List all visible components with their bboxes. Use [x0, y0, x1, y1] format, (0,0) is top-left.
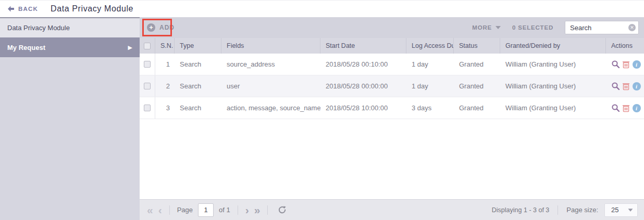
page-label: Page — [177, 206, 193, 214]
page-title: Data Privacy Module — [51, 4, 133, 14]
column-header-fields[interactable]: Fields — [221, 38, 320, 54]
cell-status: Granted — [454, 54, 500, 75]
cell-fields: action, message, source_name — [221, 97, 320, 119]
info-icon[interactable]: i — [632, 60, 641, 69]
previous-page-button[interactable]: ‹ — [158, 205, 162, 215]
sidebar-filler — [0, 57, 140, 220]
first-page-button[interactable]: « — [147, 205, 153, 215]
info-icon[interactable]: i — [632, 103, 641, 113]
chevron-down-icon — [496, 26, 501, 29]
cell-status: Granted — [454, 97, 500, 119]
add-button-label: ADD — [159, 24, 175, 31]
pagination-bar: « ‹ Page of 1 › » — [140, 199, 644, 220]
column-header-granted-denied-by[interactable]: Granted/Denied by — [500, 38, 606, 54]
clear-search-icon[interactable]: ✕ — [628, 24, 636, 31]
sidebar-item-label: Data Privacy Module — [7, 24, 70, 32]
pagination-info: Displaying 1 - 3 of 3 Page size: 25 — [492, 203, 638, 217]
search-box: ✕ — [565, 21, 639, 34]
sidebar-item-my-request[interactable]: My Request ▶ — [0, 37, 140, 57]
sidebar: Data Privacy Module My Request ▶ — [0, 17, 140, 220]
app-window: BACK Data Privacy Module Data Privacy Mo… — [0, 0, 644, 220]
cell-status: Granted — [454, 75, 500, 97]
cell-start-date: 2018/05/28 10:00:00 — [320, 97, 406, 119]
column-header-type[interactable]: Type — [175, 38, 221, 54]
divider — [169, 205, 170, 215]
table-header-row: S.N. Type Fields Start Date Log Access D… — [140, 38, 644, 54]
last-page-button[interactable]: » — [254, 205, 261, 215]
cell-duration: 1 day — [406, 75, 454, 97]
table-row: 3 Search action, message, source_name 20… — [140, 97, 644, 119]
cell-duration: 1 day — [406, 54, 454, 75]
cell-fields: user — [221, 75, 320, 97]
divider — [238, 205, 238, 215]
cell-actions: i — [606, 97, 644, 119]
column-header-sn[interactable]: S.N. — [155, 38, 175, 54]
divider — [267, 205, 268, 215]
more-button[interactable]: MORE — [472, 24, 501, 31]
main-panel: + ADD MORE 0 SELECTED ✕ — [140, 17, 644, 220]
content-area: Data Privacy Module My Request ▶ + ADD M… — [0, 17, 644, 220]
sidebar-item-data-privacy-module[interactable]: Data Privacy Module — [0, 18, 140, 37]
page-count-label: of 1 — [219, 206, 230, 214]
refresh-icon[interactable] — [277, 205, 287, 215]
back-arrow-icon — [7, 6, 15, 12]
cell-sn: 1 — [155, 54, 175, 75]
page-number-input[interactable] — [198, 203, 214, 217]
page-size-value: 25 — [611, 206, 618, 214]
table-toolbar: + ADD MORE 0 SELECTED ✕ — [140, 17, 644, 38]
table-body: 1 Search source_address 2018/05/28 00:10… — [140, 54, 644, 119]
cell-sn: 3 — [155, 97, 175, 119]
table-row: 2 Search user 2018/05/28 00:00:00 1 day … — [140, 75, 644, 97]
cell-start-date: 2018/05/28 00:00:00 — [320, 75, 406, 97]
column-header-status[interactable]: Status — [454, 38, 500, 54]
top-bar: BACK Data Privacy Module — [0, 0, 644, 17]
sidebar-item-label: My Request — [7, 44, 45, 51]
cell-duration: 3 days — [406, 97, 454, 119]
selected-count-label: 0 SELECTED — [512, 24, 553, 31]
cell-granted-by: William (Granting User) — [500, 75, 606, 97]
cell-actions: i — [606, 75, 644, 97]
next-page-button[interactable]: › — [245, 205, 249, 215]
select-all-checkbox[interactable] — [144, 43, 151, 49]
plus-circle-icon: + — [147, 23, 155, 32]
search-icon[interactable] — [611, 60, 620, 69]
page-size-select[interactable]: 25 — [604, 203, 638, 217]
table-row: 1 Search source_address 2018/05/28 00:10… — [140, 54, 644, 75]
back-label: BACK — [18, 6, 38, 12]
search-input[interactable] — [565, 21, 639, 34]
cell-type: Search — [175, 54, 221, 75]
delete-icon[interactable] — [622, 82, 630, 91]
displaying-label: Displaying 1 - 3 of 3 — [492, 206, 549, 214]
cell-type: Search — [175, 75, 221, 97]
pagination-controls: « ‹ Page of 1 › » — [147, 203, 287, 217]
row-checkbox[interactable] — [144, 105, 151, 111]
divider — [558, 205, 558, 215]
delete-icon[interactable] — [622, 60, 630, 69]
row-checkbox[interactable] — [144, 83, 151, 89]
table-empty-area — [140, 119, 644, 199]
cell-granted-by: William (Granting User) — [500, 54, 606, 75]
delete-icon[interactable] — [622, 103, 630, 113]
column-header-start-date[interactable]: Start Date — [320, 38, 406, 54]
more-button-label: MORE — [472, 24, 492, 31]
chevron-down-icon — [628, 209, 633, 211]
page-size-label: Page size: — [566, 206, 598, 214]
cell-sn: 2 — [155, 75, 175, 97]
cell-actions: i — [606, 54, 644, 75]
select-all-cell — [140, 38, 155, 54]
search-icon[interactable] — [611, 103, 620, 113]
cell-fields: source_address — [221, 54, 320, 75]
cell-type: Search — [175, 97, 221, 119]
back-button[interactable]: BACK — [7, 6, 38, 12]
cell-start-date: 2018/05/28 00:10:00 — [320, 54, 406, 75]
chevron-right-icon: ▶ — [128, 44, 132, 51]
cell-granted-by: William (Granting User) — [500, 97, 606, 119]
add-button[interactable]: + ADD — [147, 23, 175, 32]
info-icon[interactable]: i — [632, 82, 641, 91]
column-header-log-access-duration[interactable]: Log Access Dur — [406, 38, 454, 54]
row-checkbox[interactable] — [144, 61, 151, 68]
toolbar-right: MORE 0 SELECTED ✕ — [472, 21, 639, 34]
search-icon[interactable] — [611, 82, 620, 91]
column-header-actions[interactable]: Actions — [606, 38, 644, 54]
